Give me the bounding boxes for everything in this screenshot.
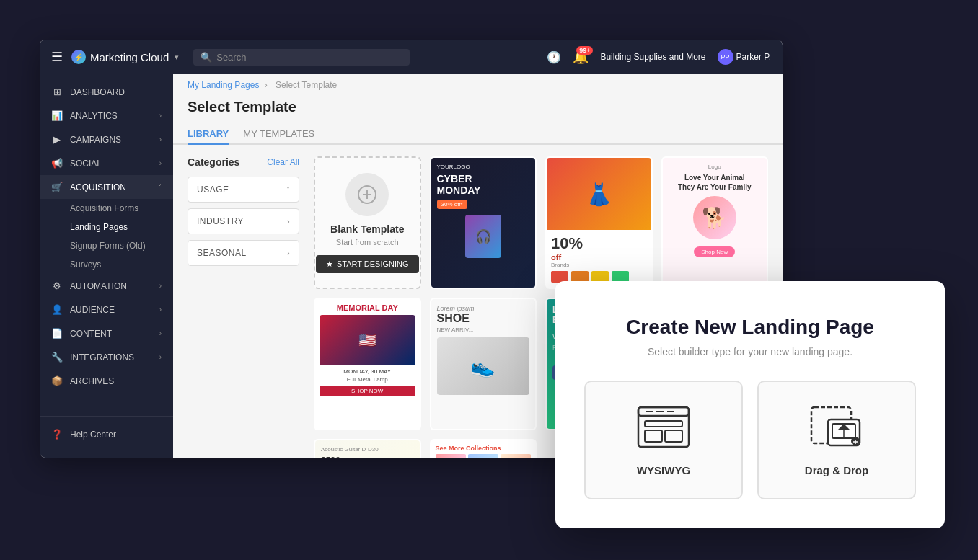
filter-group-industry: INDUSTRY ›	[188, 208, 299, 234]
sidebar-label-automation: AUTOMATION	[70, 281, 127, 291]
modal-subtitle: Select builder type for your new landing…	[584, 346, 916, 357]
audience-icon: 👤	[51, 304, 63, 315]
sidebar-item-campaigns[interactable]: ▶ CAMPAIGNS ›	[40, 128, 173, 151]
sidebar-item-audience[interactable]: 👤 AUDIENCE ›	[40, 298, 173, 321]
content-icon: 📄	[51, 328, 63, 339]
sidebar-label-integrations: INTEGRATIONS	[70, 352, 134, 363]
sidebar-item-dashboard[interactable]: ⊞ DASHBOARD	[40, 80, 173, 104]
user-name: Parker P.	[736, 52, 771, 62]
search-bar: 🔍	[193, 49, 410, 66]
integrations-chevron: ›	[159, 353, 162, 361]
filter-seasonal-chevron: ›	[287, 249, 290, 257]
wysiwyg-option[interactable]: WYSIWYG	[584, 381, 743, 499]
filter-usage-toggle[interactable]: USAGE ˅	[188, 177, 299, 202]
sidebar: ⊞ DASHBOARD 📊 ANALYTICS › ▶ CAMPAIGNS › …	[40, 74, 173, 458]
user-menu[interactable]: PP Parker P.	[718, 49, 771, 65]
sidebar-item-analytics[interactable]: 📊 ANALYTICS ›	[40, 104, 173, 128]
filter-group-seasonal: SEASONAL ›	[188, 240, 299, 266]
sidebar-item-surveys[interactable]: Surveys	[70, 255, 173, 274]
campaigns-icon: ▶	[51, 134, 63, 145]
filters-clear-button[interactable]: Clear All	[267, 157, 299, 167]
acquisition-chevron: ˅	[158, 183, 162, 191]
notifications-button[interactable]: 🔔 99+	[573, 49, 589, 65]
sidebar-bottom: ❓ Help Center	[40, 416, 173, 452]
template-blank[interactable]: Blank Template Start from scratch ★ STAR…	[314, 156, 421, 289]
star-icon: ★	[326, 259, 333, 269]
topbar-logo[interactable]: ⚡ Marketing Cloud	[71, 50, 169, 64]
svg-rect-10	[665, 430, 682, 442]
acquisition-submenu: Acquisition Forms Landing Pages Signup F…	[40, 199, 173, 274]
breadcrumb-parent[interactable]: My Landing Pages	[188, 80, 259, 90]
template-memorial[interactable]: MEMORIAL DAY 🇺🇸 MONDAY, 30 MAY Full Meta…	[314, 298, 421, 430]
sidebar-item-help[interactable]: ❓ Help Center	[40, 422, 173, 446]
search-icon: 🔍	[201, 52, 212, 63]
filter-usage-chevron: ˅	[286, 186, 291, 194]
sidebar-label-audience: AUDIENCE	[70, 305, 115, 315]
template-cyber-monday[interactable]: YOURLOGO CYBERMONDAY 30% off* 🎧	[430, 156, 537, 289]
memorial-thumbnail: MEMORIAL DAY 🇺🇸 MONDAY, 30 MAY Full Meta…	[315, 299, 420, 429]
template-pet[interactable]: Logo Love Your AnimalThey Are Your Famil…	[661, 156, 769, 289]
filters-panel: Categories Clear All USAGE ˅ INDUSTRY	[188, 156, 299, 458]
breadcrumb-current: Select Template	[276, 80, 337, 90]
start-designing-label: START DESIGNING	[337, 259, 409, 268]
template-fashion[interactable]: 👗 10% off Brands	[545, 156, 653, 289]
dashboard-icon: ⊞	[51, 86, 63, 97]
tab-library[interactable]: LIBRARY	[188, 124, 229, 145]
ecom-thumbnail: See More Collections Item 1 Item 2	[431, 440, 536, 458]
filter-group-usage: USAGE ˅	[188, 177, 299, 203]
sidebar-label-acquisition: ACQUISITION	[70, 182, 126, 192]
sidebar-item-social[interactable]: 📢 SOCIAL ›	[40, 151, 173, 175]
search-input[interactable]	[216, 52, 402, 63]
sidebar-label-social: SOCIAL	[70, 159, 102, 169]
sidebar-label-help: Help Center	[70, 430, 116, 440]
sidebar-item-acquisition-forms[interactable]: Acquisition Forms	[70, 199, 173, 218]
template-shoe[interactable]: Lorem ipsum SHOE NEW ARRIV... 👟	[430, 298, 537, 430]
sidebar-item-landing-pages[interactable]: Landing Pages	[70, 218, 173, 236]
sidebar-item-integrations[interactable]: 🔧 INTEGRATIONS ›	[40, 345, 173, 369]
sidebar-item-signup-forms[interactable]: Signup Forms (Old)	[70, 236, 173, 255]
help-icon: ❓	[51, 429, 63, 440]
guitar-thumbnail: Acoustic Guitar D-D30 $536 🎸	[315, 440, 420, 458]
filter-industry-toggle[interactable]: INDUSTRY ›	[188, 209, 299, 234]
page-title: Select Template	[173, 93, 783, 124]
template-guitar[interactable]: Acoustic Guitar D-D30 $536 🎸	[314, 439, 421, 458]
filters-header: Categories Clear All	[188, 156, 299, 168]
store-selector[interactable]: Building Supplies and More	[600, 52, 705, 62]
sidebar-item-automation[interactable]: ⚙ AUTOMATION ›	[40, 274, 173, 298]
sidebar-label-analytics: ANALYTICS	[70, 111, 118, 121]
sidebar-label-dashboard: DASHBOARD	[70, 87, 125, 97]
logo-text: Marketing Cloud	[90, 51, 169, 63]
integrations-icon: 🔧	[51, 352, 63, 363]
filter-seasonal-label: SEASONAL	[197, 248, 247, 258]
filter-seasonal-toggle[interactable]: SEASONAL ›	[188, 241, 299, 265]
sidebar-label-archives: ARCHIVES	[70, 376, 114, 386]
drag-drop-label: Drag & Drop	[805, 464, 868, 476]
logo-icon: ⚡	[71, 50, 86, 64]
pet-thumbnail: Logo Love Your AnimalThey Are Your Famil…	[663, 158, 767, 288]
menu-icon[interactable]: ☰	[51, 49, 63, 65]
topbar-right: 🕐 🔔 99+ Building Supplies and More PP Pa…	[547, 49, 771, 65]
filters-title: Categories	[188, 156, 239, 168]
wysiwyg-icon	[635, 404, 692, 454]
content-chevron: ›	[159, 329, 162, 337]
sidebar-label-content: CONTENT	[70, 329, 112, 339]
sidebar-item-content[interactable]: 📄 CONTENT ›	[40, 321, 173, 345]
blank-template-icon	[345, 173, 389, 216]
fashion-thumbnail: 👗 10% off Brands	[547, 158, 651, 288]
filter-usage-label: USAGE	[197, 185, 229, 195]
modal-options: WYSIWYG Drag & Drop	[584, 381, 916, 499]
app-dropdown-icon[interactable]: ▾	[175, 53, 179, 62]
tab-my-templates[interactable]: MY TEMPLATES	[243, 124, 314, 145]
sidebar-item-acquisition[interactable]: 🛒 ACQUISITION ˅	[40, 175, 173, 199]
drag-drop-option[interactable]: Drag & Drop	[757, 381, 916, 499]
cyber-monday-thumbnail: YOURLOGO CYBERMONDAY 30% off* 🎧	[431, 158, 536, 288]
social-chevron: ›	[159, 159, 162, 167]
template-ecommerce[interactable]: See More Collections Item 1 Item 2	[430, 439, 537, 458]
start-designing-button[interactable]: ★ START DESIGNING	[316, 255, 419, 273]
analytics-icon: 📊	[51, 110, 63, 121]
audience-chevron: ›	[159, 306, 162, 314]
automation-icon: ⚙	[51, 280, 63, 291]
breadcrumb: My Landing Pages › Select Template	[173, 74, 783, 93]
sidebar-item-archives[interactable]: 📦 ARCHIVES	[40, 369, 173, 393]
breadcrumb-separator: ›	[265, 80, 268, 90]
